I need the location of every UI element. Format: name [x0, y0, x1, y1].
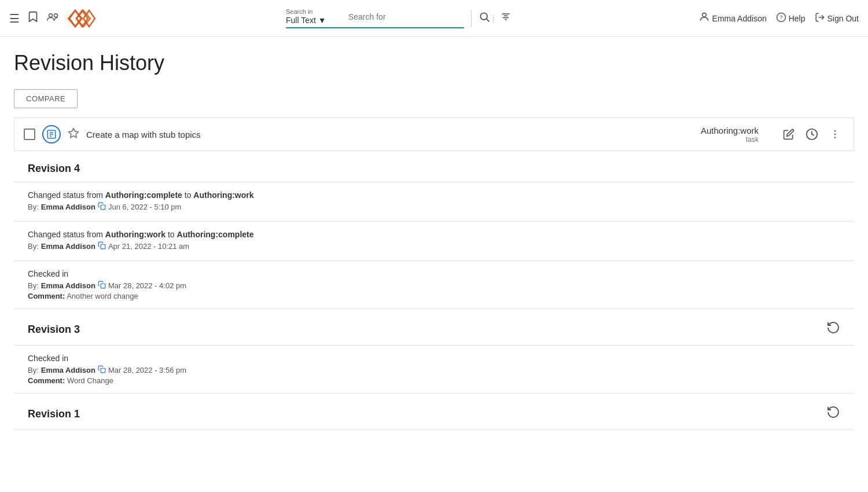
help-button[interactable]: ? Help: [776, 12, 806, 25]
revision-3-title: Revision 3: [28, 324, 826, 336]
document-header-row: Create a map with stub topics Authoring:…: [14, 118, 854, 151]
svg-point-25: [834, 134, 836, 135]
entry-meta: By: Emma Addison Mar 28, 2022 - 3:56 pm: [28, 365, 840, 375]
by-label: By:: [28, 281, 39, 290]
search-bar: Search in Full Text ▼: [286, 8, 464, 28]
copy-icon[interactable]: [98, 281, 106, 291]
entry-comment: Comment: Word Change: [28, 376, 840, 385]
svg-point-14: [702, 13, 706, 17]
signout-label: Sign Out: [827, 14, 859, 23]
search-in-dropdown[interactable]: Full Text ▼: [286, 16, 344, 25]
entry-date: Jun 6, 2022 - 5:10 pm: [108, 203, 181, 211]
revision-scroll[interactable]: Revision 4 Changed status from Authoring…: [14, 151, 854, 430]
by-label: By:: [28, 242, 39, 251]
header-left: ☰: [9, 8, 100, 29]
entry-date: Apr 21, 2022 - 10:21 am: [108, 242, 189, 251]
search-for-section: [344, 12, 464, 24]
doc-action-icons: [779, 125, 844, 144]
revision-4-section: Revision 4 Changed status from Authoring…: [14, 151, 854, 309]
doc-edit-icon[interactable]: [779, 125, 798, 144]
search-divider: [471, 10, 472, 27]
entry-meta: By: Emma Addison Apr 21, 2022 - 10:21 am: [28, 241, 840, 251]
svg-line-9: [487, 19, 490, 22]
revision-4-title: Revision 4: [28, 163, 840, 175]
revision-4-header: Revision 4: [14, 151, 854, 182]
help-label: Help: [789, 14, 806, 23]
doc-star-icon[interactable]: [68, 127, 79, 142]
bookmark-icon[interactable]: [27, 10, 39, 26]
entry-author: Emma Addison: [41, 242, 95, 251]
doc-checkbox[interactable]: [24, 128, 35, 140]
svg-point-8: [480, 13, 487, 20]
doc-more-icon[interactable]: [826, 125, 844, 144]
doc-title: Create a map with stub topics: [86, 130, 694, 139]
revision-1-section: Revision 1: [14, 394, 854, 430]
by-label: By:: [28, 366, 39, 374]
svg-rect-28: [101, 244, 105, 249]
svg-point-1: [54, 14, 58, 17]
doc-meta: Authoring:work task: [701, 126, 759, 144]
chevron-down-icon: ▼: [318, 16, 326, 25]
copy-icon[interactable]: [98, 202, 106, 212]
main-content: Revision History COMPARE Create a map wi…: [0, 37, 868, 430]
search-input[interactable]: [348, 12, 464, 21]
doc-history-icon[interactable]: [803, 125, 821, 144]
app-header: ☰: [0, 0, 868, 37]
search-in-label: Search in: [286, 8, 344, 16]
doc-meta-sub: task: [746, 135, 759, 144]
svg-rect-27: [101, 205, 105, 210]
svg-point-24: [834, 130, 836, 132]
entry-author: Emma Addison: [41, 203, 95, 211]
header-center: Search in Full Text ▼ |: [106, 8, 692, 28]
user-name: Emma Addison: [712, 14, 767, 23]
entry-action-text: Changed status from Authoring:work to Au…: [28, 230, 840, 239]
search-icon[interactable]: [479, 11, 490, 25]
entry-date: Mar 28, 2022 - 3:56 pm: [108, 366, 186, 374]
svg-point-26: [834, 137, 836, 139]
entry-author: Emma Addison: [41, 366, 95, 374]
user-icon: [698, 11, 710, 25]
entry-action-text: Checked in: [28, 269, 840, 278]
revision-1-restore-icon[interactable]: [826, 405, 840, 423]
page-title: Revision History: [14, 51, 854, 75]
compare-button[interactable]: COMPARE: [14, 89, 78, 108]
filter-icon[interactable]: [499, 11, 512, 25]
entry-meta: By: Emma Addison Mar 28, 2022 - 4:02 pm: [28, 281, 840, 291]
header-right: Emma Addison ? Help Sign Out: [698, 11, 859, 25]
revision-3-section: Revision 3 Checked in By: Emma Addison M…: [14, 309, 854, 394]
copy-icon[interactable]: [98, 241, 106, 251]
copy-icon[interactable]: [98, 365, 106, 375]
entry-date: Mar 28, 2022 - 4:02 pm: [108, 281, 186, 290]
entry-author: Emma Addison: [41, 281, 95, 290]
user-menu[interactable]: Emma Addison: [698, 11, 767, 25]
entry-comment: Comment: Another word change: [28, 292, 840, 300]
entry-meta: By: Emma Addison Jun 6, 2022 - 5:10 pm: [28, 202, 840, 212]
help-icon: ?: [776, 12, 786, 25]
by-label: By:: [28, 203, 39, 211]
revision-3-header: Revision 3: [14, 309, 854, 346]
search-in-section: Search in Full Text ▼: [286, 8, 344, 27]
revision-entry: Changed status from Authoring:work to Au…: [14, 222, 854, 261]
signout-icon: [815, 12, 825, 25]
search-in-value-text: Full Text: [286, 16, 316, 25]
revision-entry: Checked in By: Emma Addison Mar 28, 2022…: [14, 346, 854, 394]
doc-meta-title: Authoring:work: [701, 126, 759, 135]
signout-button[interactable]: Sign Out: [815, 12, 859, 25]
hamburger-icon[interactable]: ☰: [9, 12, 20, 25]
doc-type-icon[interactable]: [42, 125, 61, 144]
revision-entry: Changed status from Authoring:complete t…: [14, 182, 854, 222]
svg-marker-22: [69, 128, 79, 137]
revision-entry: Checked in By: Emma Addison Mar 28, 2022…: [14, 261, 854, 309]
revision-restore-icon[interactable]: [826, 321, 840, 338]
svg-point-0: [49, 14, 53, 17]
entry-action-text: Changed status from Authoring:complete t…: [28, 190, 840, 200]
people-icon[interactable]: [46, 10, 60, 26]
svg-marker-5: [69, 10, 81, 27]
app-logo[interactable]: [67, 8, 100, 29]
svg-rect-29: [101, 284, 105, 288]
entry-action-text: Checked in: [28, 354, 840, 363]
svg-text:?: ?: [779, 14, 783, 20]
svg-rect-30: [101, 368, 105, 373]
revision-1-title: Revision 1: [28, 408, 826, 420]
revision-1-header: Revision 1: [14, 394, 854, 430]
